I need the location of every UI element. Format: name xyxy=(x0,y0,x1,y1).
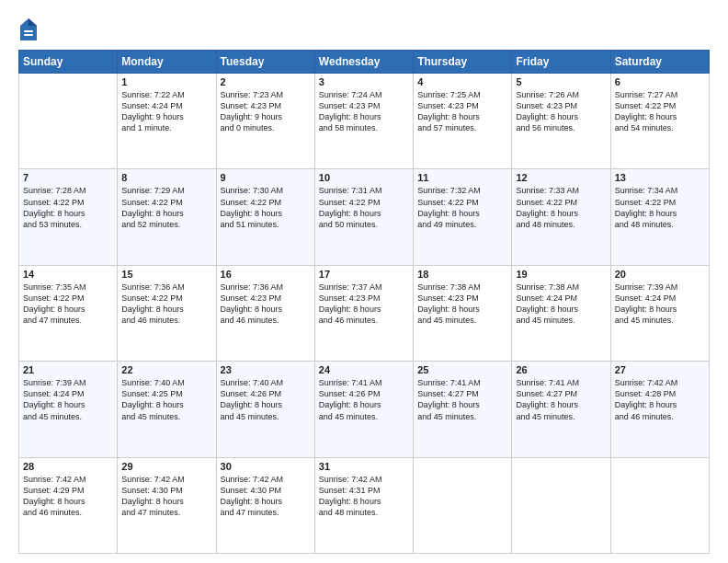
day-info: Sunrise: 7:39 AMSunset: 4:24 PMDaylight:… xyxy=(23,377,113,422)
day-number: 2 xyxy=(221,76,311,87)
calendar-cell xyxy=(19,74,118,169)
calendar-cell: 18Sunrise: 7:38 AMSunset: 4:23 PMDayligh… xyxy=(414,265,512,361)
day-number: 23 xyxy=(221,364,311,375)
day-number: 19 xyxy=(516,269,606,280)
day-number: 13 xyxy=(615,172,705,183)
calendar-cell: 16Sunrise: 7:36 AMSunset: 4:23 PMDayligh… xyxy=(216,265,314,361)
calendar-cell xyxy=(414,457,512,553)
calendar-cell: 7Sunrise: 7:28 AMSunset: 4:22 PMDaylight… xyxy=(19,169,118,265)
calendar-cell: 13Sunrise: 7:34 AMSunset: 4:22 PMDayligh… xyxy=(610,169,709,265)
day-info: Sunrise: 7:37 AMSunset: 4:23 PMDaylight:… xyxy=(319,282,409,327)
day-number: 18 xyxy=(417,269,507,280)
calendar-cell: 25Sunrise: 7:41 AMSunset: 4:27 PMDayligh… xyxy=(414,362,512,457)
svg-marker-1 xyxy=(28,18,37,26)
day-number: 11 xyxy=(417,172,507,183)
day-number: 16 xyxy=(221,269,311,280)
calendar-cell xyxy=(512,457,610,553)
column-header-saturday: Saturday xyxy=(610,51,709,74)
day-number: 5 xyxy=(516,76,606,87)
day-number: 22 xyxy=(121,364,211,375)
calendar-cell: 2Sunrise: 7:23 AMSunset: 4:23 PMDaylight… xyxy=(216,74,314,169)
day-info: Sunrise: 7:22 AMSunset: 4:24 PMDaylight:… xyxy=(121,89,211,134)
day-number: 27 xyxy=(615,364,705,375)
day-number: 17 xyxy=(319,269,409,280)
column-header-thursday: Thursday xyxy=(414,51,512,74)
day-number: 1 xyxy=(121,76,211,87)
day-number: 12 xyxy=(516,172,606,183)
day-info: Sunrise: 7:42 AMSunset: 4:29 PMDaylight:… xyxy=(23,474,113,519)
calendar-cell: 15Sunrise: 7:36 AMSunset: 4:22 PMDayligh… xyxy=(118,265,216,361)
day-number: 7 xyxy=(23,172,113,183)
calendar-cell: 11Sunrise: 7:32 AMSunset: 4:22 PMDayligh… xyxy=(414,169,512,265)
day-info: Sunrise: 7:41 AMSunset: 4:27 PMDaylight:… xyxy=(417,377,507,422)
calendar-header-row: SundayMondayTuesdayWednesdayThursdayFrid… xyxy=(19,51,710,74)
column-header-wednesday: Wednesday xyxy=(314,51,413,74)
column-header-friday: Friday xyxy=(512,51,610,74)
calendar-cell: 20Sunrise: 7:39 AMSunset: 4:24 PMDayligh… xyxy=(610,265,709,361)
calendar-cell: 10Sunrise: 7:31 AMSunset: 4:22 PMDayligh… xyxy=(314,169,413,265)
day-number: 30 xyxy=(221,461,311,472)
header xyxy=(18,17,710,42)
day-info: Sunrise: 7:42 AMSunset: 4:31 PMDaylight:… xyxy=(319,474,409,519)
day-number: 6 xyxy=(615,76,705,87)
day-info: Sunrise: 7:29 AMSunset: 4:22 PMDaylight:… xyxy=(121,185,211,230)
day-info: Sunrise: 7:40 AMSunset: 4:26 PMDaylight:… xyxy=(221,377,311,422)
day-info: Sunrise: 7:27 AMSunset: 4:22 PMDaylight:… xyxy=(615,89,705,134)
day-number: 26 xyxy=(516,364,606,375)
day-info: Sunrise: 7:38 AMSunset: 4:23 PMDaylight:… xyxy=(417,282,507,327)
day-info: Sunrise: 7:24 AMSunset: 4:23 PMDaylight:… xyxy=(319,89,409,134)
calendar-cell: 24Sunrise: 7:41 AMSunset: 4:26 PMDayligh… xyxy=(314,362,413,457)
calendar-week-row: 28Sunrise: 7:42 AMSunset: 4:29 PMDayligh… xyxy=(19,457,710,553)
day-info: Sunrise: 7:36 AMSunset: 4:22 PMDaylight:… xyxy=(121,282,211,327)
day-number: 3 xyxy=(319,76,409,87)
svg-rect-2 xyxy=(24,30,33,32)
day-info: Sunrise: 7:41 AMSunset: 4:27 PMDaylight:… xyxy=(516,377,606,422)
calendar-week-row: 14Sunrise: 7:35 AMSunset: 4:22 PMDayligh… xyxy=(19,265,710,361)
calendar-cell: 5Sunrise: 7:26 AMSunset: 4:23 PMDaylight… xyxy=(512,74,610,169)
calendar-cell: 1Sunrise: 7:22 AMSunset: 4:24 PMDaylight… xyxy=(118,74,216,169)
svg-rect-3 xyxy=(24,34,33,36)
calendar-cell: 6Sunrise: 7:27 AMSunset: 4:22 PMDaylight… xyxy=(610,74,709,169)
column-header-sunday: Sunday xyxy=(19,51,118,74)
calendar-table: SundayMondayTuesdayWednesdayThursdayFrid… xyxy=(18,50,710,554)
day-number: 25 xyxy=(417,364,507,375)
calendar-cell: 21Sunrise: 7:39 AMSunset: 4:24 PMDayligh… xyxy=(19,362,118,457)
calendar-cell: 9Sunrise: 7:30 AMSunset: 4:22 PMDaylight… xyxy=(216,169,314,265)
calendar-week-row: 21Sunrise: 7:39 AMSunset: 4:24 PMDayligh… xyxy=(19,362,710,457)
day-number: 21 xyxy=(23,364,113,375)
day-info: Sunrise: 7:35 AMSunset: 4:22 PMDaylight:… xyxy=(23,282,113,327)
column-header-monday: Monday xyxy=(118,51,216,74)
day-number: 31 xyxy=(319,461,409,472)
calendar-cell: 3Sunrise: 7:24 AMSunset: 4:23 PMDaylight… xyxy=(314,74,413,169)
calendar-cell: 23Sunrise: 7:40 AMSunset: 4:26 PMDayligh… xyxy=(216,362,314,457)
calendar-cell: 30Sunrise: 7:42 AMSunset: 4:30 PMDayligh… xyxy=(216,457,314,553)
calendar-cell: 28Sunrise: 7:42 AMSunset: 4:29 PMDayligh… xyxy=(19,457,118,553)
calendar-cell: 14Sunrise: 7:35 AMSunset: 4:22 PMDayligh… xyxy=(19,265,118,361)
column-header-tuesday: Tuesday xyxy=(216,51,314,74)
day-number: 29 xyxy=(121,461,211,472)
day-info: Sunrise: 7:33 AMSunset: 4:22 PMDaylight:… xyxy=(516,185,606,230)
calendar-cell: 19Sunrise: 7:38 AMSunset: 4:24 PMDayligh… xyxy=(512,265,610,361)
day-info: Sunrise: 7:28 AMSunset: 4:22 PMDaylight:… xyxy=(23,185,113,230)
calendar-week-row: 1Sunrise: 7:22 AMSunset: 4:24 PMDaylight… xyxy=(19,74,710,169)
calendar-cell: 22Sunrise: 7:40 AMSunset: 4:25 PMDayligh… xyxy=(118,362,216,457)
calendar-cell: 29Sunrise: 7:42 AMSunset: 4:30 PMDayligh… xyxy=(118,457,216,553)
calendar-cell: 12Sunrise: 7:33 AMSunset: 4:22 PMDayligh… xyxy=(512,169,610,265)
day-number: 15 xyxy=(121,269,211,280)
calendar-week-row: 7Sunrise: 7:28 AMSunset: 4:22 PMDaylight… xyxy=(19,169,710,265)
day-info: Sunrise: 7:36 AMSunset: 4:23 PMDaylight:… xyxy=(221,282,311,327)
day-info: Sunrise: 7:40 AMSunset: 4:25 PMDaylight:… xyxy=(121,377,211,422)
day-number: 9 xyxy=(221,172,311,183)
calendar-cell: 4Sunrise: 7:25 AMSunset: 4:23 PMDaylight… xyxy=(414,74,512,169)
day-info: Sunrise: 7:42 AMSunset: 4:30 PMDaylight:… xyxy=(121,474,211,519)
day-info: Sunrise: 7:42 AMSunset: 4:30 PMDaylight:… xyxy=(221,474,311,519)
day-number: 4 xyxy=(417,76,507,87)
day-info: Sunrise: 7:25 AMSunset: 4:23 PMDaylight:… xyxy=(417,89,507,134)
day-number: 10 xyxy=(319,172,409,183)
day-info: Sunrise: 7:31 AMSunset: 4:22 PMDaylight:… xyxy=(319,185,409,230)
day-info: Sunrise: 7:42 AMSunset: 4:28 PMDaylight:… xyxy=(615,377,705,422)
day-info: Sunrise: 7:38 AMSunset: 4:24 PMDaylight:… xyxy=(516,282,606,327)
day-info: Sunrise: 7:34 AMSunset: 4:22 PMDaylight:… xyxy=(615,185,705,230)
calendar-cell: 27Sunrise: 7:42 AMSunset: 4:28 PMDayligh… xyxy=(610,362,709,457)
calendar-cell xyxy=(610,457,709,553)
